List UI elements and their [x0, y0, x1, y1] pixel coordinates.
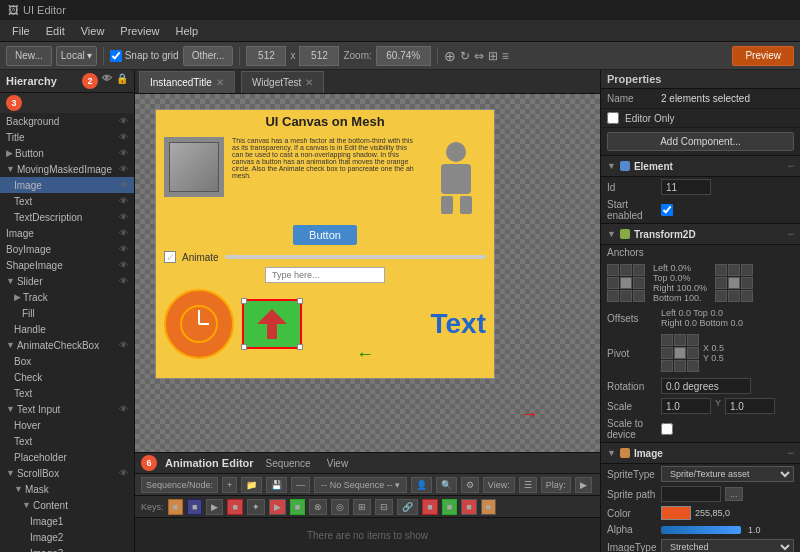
add-component-button[interactable]: Add Component... — [607, 132, 794, 151]
eye-icon[interactable]: 👁 — [119, 132, 128, 142]
anim-no-sequence-dropdown[interactable]: -- No Sequence -- ▾ — [314, 477, 407, 493]
eye-icon[interactable]: 👁 — [119, 212, 128, 222]
rotation-field[interactable] — [661, 378, 751, 394]
browse-button[interactable]: ... — [725, 487, 743, 501]
menu-help[interactable]: Help — [167, 23, 206, 39]
anchor-cell[interactable] — [633, 277, 645, 289]
scale-x-field[interactable] — [661, 398, 711, 414]
menu-edit[interactable]: Edit — [38, 23, 73, 39]
hierarchy-item-background[interactable]: Background 👁 — [0, 113, 134, 129]
anchor-cell[interactable] — [728, 264, 740, 276]
scale-y-field[interactable] — [725, 398, 775, 414]
tab-instanced-title[interactable]: InstancedTitle ✕ — [139, 71, 235, 93]
hierarchy-item-track[interactable]: ▶ Track — [0, 289, 134, 305]
anchor-cell[interactable] — [633, 290, 645, 302]
key-btn16[interactable]: ■ — [481, 499, 496, 515]
hierarchy-item-image1a[interactable]: Image1 — [0, 513, 134, 529]
section-element[interactable]: ▼ Element − — [601, 155, 800, 177]
eye-icon[interactable]: 👁 — [119, 468, 128, 478]
menu-file[interactable]: File — [4, 23, 38, 39]
anim-folder-btn[interactable]: 📁 — [241, 477, 262, 493]
anim-view-icon[interactable]: ☰ — [519, 477, 537, 493]
eye-icon[interactable]: 👁 — [119, 180, 128, 190]
alpha-slider[interactable] — [661, 526, 741, 534]
id-field[interactable] — [661, 179, 711, 195]
anchor-cell[interactable] — [620, 290, 632, 302]
section-transform2d[interactable]: ▼ Transform2D − — [601, 223, 800, 245]
collapse-transform[interactable]: − — [787, 227, 794, 241]
key-btn9[interactable]: ◎ — [331, 499, 349, 515]
hierarchy-item-mask[interactable]: ▼ Mask — [0, 481, 134, 497]
canvas-area[interactable]: UI Canvas on Mesh This canvas has a mesh… — [135, 94, 600, 452]
key-btn5[interactable]: ✦ — [247, 499, 265, 515]
anchor-cell[interactable] — [620, 264, 632, 276]
tab-widget-test[interactable]: WidgetTest ✕ — [241, 71, 324, 93]
key-btn6[interactable]: ▶ — [269, 499, 286, 515]
anim-play-btn[interactable]: ▶ — [575, 477, 592, 493]
collapse-element[interactable]: − — [787, 159, 794, 173]
new-button[interactable]: New... — [6, 46, 52, 66]
anchor-cell[interactable] — [607, 264, 619, 276]
hierarchy-item-scrollbox[interactable]: ▼ ScrollBox 👁 — [0, 465, 134, 481]
hierarchy-item-image2[interactable]: Image 👁 — [0, 225, 134, 241]
snap-to-grid[interactable]: Snap to grid — [110, 50, 179, 62]
canvas-type-input[interactable] — [265, 267, 385, 283]
menu-preview[interactable]: Preview — [112, 23, 167, 39]
hierarchy-item-image3[interactable]: Image3 — [0, 545, 134, 552]
anchor-cell[interactable] — [728, 290, 740, 302]
anim-icon1[interactable]: 👤 — [411, 477, 432, 493]
hierarchy-item-boyimage[interactable]: BoyImage 👁 — [0, 241, 134, 257]
hierarchy-item-text2[interactable]: Text — [0, 385, 134, 401]
anim-icon3[interactable]: ⚙ — [461, 477, 479, 493]
zoom-input[interactable] — [376, 46, 431, 66]
color-swatch[interactable] — [661, 506, 691, 520]
sprite-path-field[interactable] — [661, 486, 721, 502]
editor-only-checkbox[interactable] — [607, 112, 619, 124]
hierarchy-item-slider[interactable]: ▼ Slider 👁 — [0, 273, 134, 289]
eye-icon[interactable]: 👁 — [119, 244, 128, 254]
height-input[interactable] — [299, 46, 339, 66]
anchor-cell[interactable] — [607, 290, 619, 302]
anchor-cell-active[interactable] — [728, 277, 740, 289]
hierarchy-item-button[interactable]: ▶ Button 👁 — [0, 145, 134, 161]
eye-icon[interactable]: 👁 — [119, 340, 128, 350]
eye-icon[interactable]: 👁 — [119, 276, 128, 286]
section-image[interactable]: ▼ Image − — [601, 442, 800, 464]
anchor-cell[interactable] — [633, 264, 645, 276]
other-button[interactable]: Other... — [183, 46, 234, 66]
key-btn13[interactable]: ■ — [422, 499, 437, 515]
anim-save-btn[interactable]: 💾 — [266, 477, 287, 493]
hierarchy-item-title[interactable]: Title 👁 — [0, 129, 134, 145]
hierarchy-item-box[interactable]: Box — [0, 353, 134, 369]
hierarchy-item-hover[interactable]: Hover — [0, 417, 134, 433]
eye-icon[interactable]: 👁 — [119, 404, 128, 414]
collapse-image[interactable]: − — [787, 446, 794, 460]
key-btn14[interactable]: ■ — [442, 499, 457, 515]
eye-icon[interactable]: 👁 — [119, 148, 128, 158]
eye-icon[interactable]: 👁 — [102, 73, 112, 89]
canvas-slider[interactable] — [225, 255, 486, 259]
lock-icon[interactable]: 🔒 — [116, 73, 128, 89]
width-input[interactable] — [246, 46, 286, 66]
anim-add-btn[interactable]: + — [222, 477, 237, 493]
hierarchy-item-text3[interactable]: Text — [0, 433, 134, 449]
local-dropdown[interactable]: Local ▾ — [56, 46, 97, 66]
scale-device-checkbox[interactable] — [661, 423, 673, 435]
eye-icon[interactable]: 👁 — [119, 260, 128, 270]
key-btn7[interactable]: ■ — [290, 499, 305, 515]
hierarchy-item-animatecheckbox[interactable]: ▼ AnimateCheckBox 👁 — [0, 337, 134, 353]
close-icon[interactable]: ✕ — [305, 77, 313, 88]
hierarchy-item-check[interactable]: Check — [0, 369, 134, 385]
anchor-cell[interactable] — [741, 264, 753, 276]
hierarchy-item-fill[interactable]: Fill — [0, 305, 134, 321]
anchor-cell[interactable] — [607, 277, 619, 289]
eye-icon[interactable]: 👁 — [119, 164, 128, 174]
eye-icon[interactable]: 👁 — [119, 116, 128, 126]
hierarchy-item-placeholder[interactable]: Placeholder — [0, 449, 134, 465]
anchor-cell[interactable] — [741, 290, 753, 302]
hierarchy-item-textinput[interactable]: ▼ Text Input 👁 — [0, 401, 134, 417]
hierarchy-item-image2a[interactable]: Image2 — [0, 529, 134, 545]
spritetype-select[interactable]: Sprite/Texture asset — [661, 466, 794, 482]
anchor-cell[interactable] — [715, 264, 727, 276]
key-btn15[interactable]: ■ — [461, 499, 476, 515]
